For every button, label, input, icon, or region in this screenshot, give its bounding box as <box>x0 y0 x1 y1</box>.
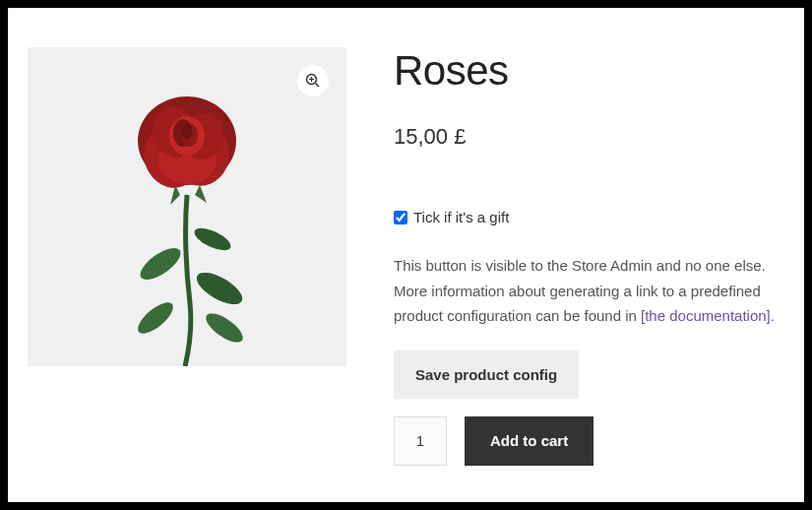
gift-label: Tick if it's a gift <box>413 209 509 225</box>
admin-note: This button is visible to the Store Admi… <box>394 253 784 329</box>
cart-row: Add to cart <box>394 416 784 466</box>
admin-note-after: . <box>771 307 775 324</box>
svg-line-17 <box>316 84 320 88</box>
save-config-button[interactable]: Save product config <box>394 351 579 399</box>
product-image <box>28 47 346 366</box>
product-details: Roses 15,00 £ Tick if it's a gift This b… <box>394 47 784 502</box>
zoom-icon[interactable] <box>297 65 329 96</box>
product-price: 15,00 £ <box>394 124 784 150</box>
gift-checkbox[interactable] <box>394 211 407 224</box>
product-image-container <box>28 47 346 366</box>
quantity-input[interactable] <box>394 416 447 466</box>
documentation-link[interactable]: [the documentation] <box>641 307 771 324</box>
gift-option-row: Tick if it's a gift <box>394 209 784 225</box>
svg-point-15 <box>182 123 192 139</box>
product-title: Roses <box>394 47 784 95</box>
add-to-cart-button[interactable]: Add to cart <box>465 416 593 466</box>
product-page: Roses 15,00 £ Tick if it's a gift This b… <box>8 8 804 502</box>
